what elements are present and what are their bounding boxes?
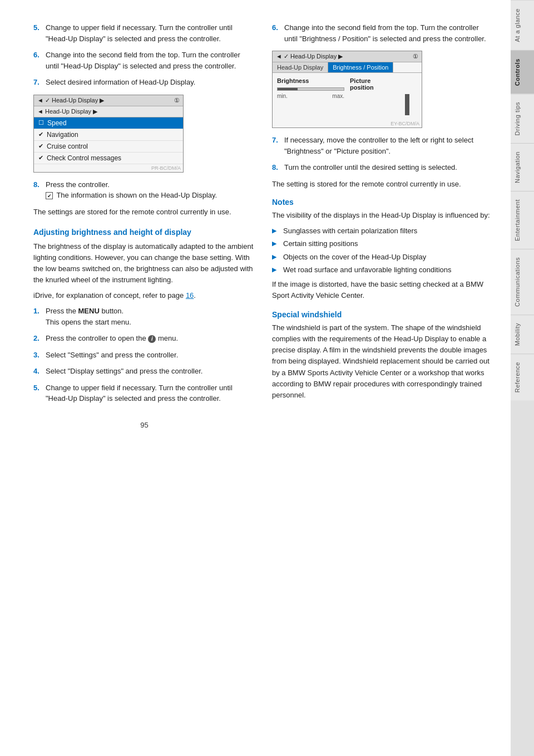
section-body-2: iDrive, for explanation of concept, refe… — [33, 290, 255, 301]
notes-heading: Notes — [272, 198, 494, 207]
display-content-area: Brightness min. max. Pictureposition — [273, 73, 422, 120]
step-content-7t: Select desired information of Head-Up Di… — [46, 77, 255, 88]
step-num-3b: 3. — [33, 350, 46, 361]
tab-brightness-position: Brightness / Position — [328, 62, 393, 72]
sidebar-tab-entertainment[interactable]: Entertainment — [511, 191, 534, 249]
display-top-label-2: ◄ ✓ Head-Up Display ▶ — [276, 53, 343, 60]
left-column: 5. Change to upper field if necessary. T… — [33, 22, 255, 734]
brightness-minmax: min. max. — [277, 93, 344, 99]
step-num-6t: 6. — [33, 50, 46, 71]
step-num-6r: 6. — [272, 22, 284, 44]
display-ui-1: ◄ ✓ Head-Up Display ▶ ① ◄ Head-Up Displa… — [33, 95, 184, 173]
step-num-7r: 7. — [272, 135, 284, 156]
step-content-3b: Select "Settings" and press the controll… — [46, 350, 255, 361]
section-heading-brightness: Adjusting brightness and height of displ… — [33, 228, 255, 237]
page-link[interactable]: 16 — [186, 291, 194, 300]
sidebar-tab-mobility[interactable]: Mobility — [511, 315, 534, 354]
sidebar-tab-reference[interactable]: Reference — [511, 354, 534, 400]
display-top-label-1: ◄ ✓ Head-Up Display ▶ — [37, 97, 104, 104]
step-5-bottom: 5. Change to upper field if necessary. T… — [33, 382, 255, 404]
sidebar: At a glance Controls Driving tips Naviga… — [511, 0, 534, 756]
bullet-text-4: Wet road surface and unfavorable lightin… — [283, 264, 452, 276]
sidebar-tab-navigation[interactable]: Navigation — [511, 143, 534, 191]
step-8-right: 8. Turn the controller until the desired… — [272, 162, 494, 173]
sidebar-tab-driving-tips[interactable]: Driving tips — [511, 94, 534, 143]
display-top-right-1: ① — [174, 97, 180, 104]
step-content-6t: Change into the second field from the to… — [46, 50, 255, 71]
bullet-text-2: Certain sitting positions — [283, 238, 358, 249]
step-6-top: 6. Change into the second field from the… — [33, 50, 255, 71]
bullet-tri-3: ▶ — [272, 252, 279, 262]
menu-row-check: ✔ Check Control messages — [34, 153, 183, 164]
nav-label: Navigation — [47, 131, 78, 139]
step-content-1b: Press the MENU button. This opens the st… — [46, 306, 255, 327]
after-step8-text: The settings are stored for the remote c… — [33, 207, 255, 218]
brightness-col: Brightness min. max. — [277, 77, 344, 115]
after-steps-right: The setting is stored for the remote con… — [272, 179, 494, 190]
brightness-max: max. — [332, 93, 344, 99]
menu-row-navigation: ✔ Navigation — [34, 129, 183, 141]
check-label: Check Control messages — [47, 154, 121, 162]
right-column: 6. Change into the second field from the… — [272, 22, 494, 734]
step-num-1b: 1. — [33, 306, 46, 327]
step-num-7t: 7. — [33, 77, 46, 88]
menu-row-cruise: ✔ Cruise control — [34, 141, 183, 153]
notes-intro: The visibility of the displays in the He… — [272, 210, 494, 221]
step-8-subtext: ✔ The information is shown on the Head-U… — [46, 191, 217, 199]
display-tab-bar-2: Head-Up Display Brightness / Position — [273, 62, 422, 73]
brightness-min: min. — [277, 93, 288, 99]
step-7-right: 7. If necessary, move the controller to … — [272, 135, 494, 156]
special-heading: Special windshield — [272, 310, 494, 319]
step-4-bottom: 4. Select "Display settings" and press t… — [33, 366, 255, 377]
picture-col: Pictureposition — [350, 77, 417, 115]
step-3-bottom: 3. Select "Settings" and press the contr… — [33, 350, 255, 361]
step-content-5t: Change to upper field if necessary. Turn… — [46, 22, 255, 44]
watermark-1: PR-BC/DM/A — [34, 164, 183, 172]
check-icon: ✔ — [38, 154, 43, 161]
step-content-4b: Select "Display settings" and press the … — [46, 366, 255, 377]
bullet-text-1: Sunglasses with certain polarization fil… — [283, 225, 417, 237]
page-number: 95 — [33, 421, 255, 429]
bullet-1: ▶ Sunglasses with certain polarization f… — [272, 225, 494, 237]
step-6-right: 6. Change into the second field from the… — [272, 22, 494, 44]
display-top-bar-2: ◄ ✓ Head-Up Display ▶ ① — [273, 51, 422, 62]
step-8: 8. Press the controller. ✔ The informati… — [33, 179, 255, 201]
step-content-8r: Turn the controller until the desired se… — [284, 162, 494, 173]
step-content-2b: Press the controller to open the i menu. — [46, 333, 255, 344]
section-body-1: The brightness of the display is automat… — [33, 241, 255, 286]
bullet-3: ▶ Objects on the cover of the Head-Up Di… — [272, 252, 494, 263]
bullet-text-3: Objects on the cover of the Head-Up Disp… — [283, 252, 426, 263]
menu-bold: MENU — [78, 307, 100, 315]
step-1b-sub: This opens the start menu. — [46, 318, 131, 326]
step-content-5b: Change to upper field if necessary. Turn… — [46, 382, 255, 404]
step-num-5b: 5. — [33, 382, 46, 404]
step-num-8: 8. — [33, 179, 46, 201]
bullet-2: ▶ Certain sitting positions — [272, 238, 494, 249]
display-ui-2: ◄ ✓ Head-Up Display ▶ ① Head-Up Display … — [272, 51, 422, 128]
picture-position-bar — [405, 94, 409, 115]
picture-label: Pictureposition — [350, 77, 417, 91]
sidebar-tab-controls[interactable]: Controls — [511, 50, 534, 94]
step-content-7r: If necessary, move the controller to the… — [284, 135, 494, 156]
menu-row-speed: ☐ Speed — [34, 117, 183, 129]
cruise-icon: ✔ — [38, 143, 43, 150]
idrive-icon: i — [148, 335, 156, 343]
sidebar-tab-communications[interactable]: Communications — [511, 249, 534, 315]
bullet-tri-4: ▶ — [272, 265, 279, 274]
tab-headup-display: Head-Up Display — [273, 62, 328, 72]
display-sub-label-1: ◄ Head-Up Display ▶ — [37, 108, 97, 115]
bullet-tri-1: ▶ — [272, 226, 279, 235]
cruise-label: Cruise control — [47, 143, 88, 150]
watermark-2: EY-BC/DM/A — [273, 120, 422, 127]
speed-icon: ☐ — [38, 119, 44, 126]
step-7-top: 7. Select desired information of Head-Up… — [33, 77, 255, 88]
step-num-2b: 2. — [33, 333, 46, 344]
step-content-8: Press the controller. ✔ The information … — [46, 179, 255, 201]
nav-icon: ✔ — [38, 131, 43, 138]
step-8-text: Press the controller. — [46, 180, 110, 189]
step-num-5t: 5. — [33, 22, 46, 44]
step-5-top: 5. Change to upper field if necessary. T… — [33, 22, 255, 44]
sidebar-tab-at-a-glance[interactable]: At a glance — [511, 0, 534, 50]
brightness-label: Brightness — [277, 77, 344, 84]
display-top-right-2: ① — [413, 53, 418, 60]
